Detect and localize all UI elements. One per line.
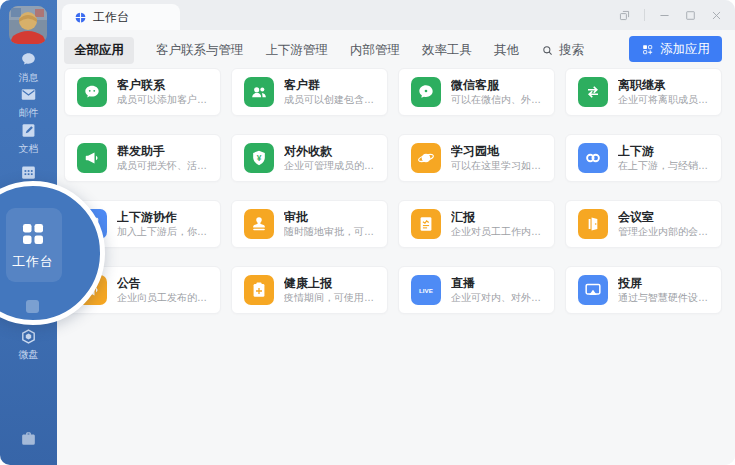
chat-icon xyxy=(19,50,38,69)
briefcase-icon xyxy=(19,429,38,448)
app-description: 在上下游，与经销商、供... xyxy=(618,159,713,173)
close-icon[interactable] xyxy=(710,9,723,22)
titlebar: 工作台 xyxy=(57,0,735,30)
controls-divider xyxy=(644,9,645,21)
app-window: 消息邮件文档日程微盘 工作台 工作台 全部应用客户联系与管理上下游管理内部管理效… xyxy=(0,0,735,465)
svg-text:LIVE: LIVE xyxy=(419,287,433,294)
cast-icon xyxy=(578,275,608,305)
user-avatar[interactable] xyxy=(9,6,47,44)
app-card-0[interactable]: 客户联系成员可以添加客户的微信... xyxy=(64,68,221,116)
category-tabs: 全部应用客户联系与管理上下游管理内部管理效率工具其他搜索 xyxy=(64,37,584,63)
mail-icon xyxy=(19,85,38,104)
app-card-2[interactable]: 微信客服可以在微信内、外各个场... xyxy=(398,68,555,116)
app-description: 企业向员工发布的内部重... xyxy=(117,291,212,305)
live-icon: LIVE xyxy=(411,275,441,305)
category-tab-1[interactable]: 客户联系与管理 xyxy=(156,37,244,64)
app-card-1[interactable]: 客户群成员可以创建包含微信用... xyxy=(231,68,388,116)
app-description: 可以在微信内、外各个场... xyxy=(451,93,546,107)
sidebar-item-messages[interactable]: 消息 xyxy=(0,50,57,84)
app-card-6[interactable]: 学习园地可以在这里学习如何做好... xyxy=(398,134,555,182)
app-description: 可以在这里学习如何做好... xyxy=(451,159,546,173)
tab-workbench[interactable]: 工作台 xyxy=(62,4,180,30)
app-title: 会议室 xyxy=(618,209,713,225)
app-card-13[interactable]: 健康上报疫情期间，可使用健康上... xyxy=(231,266,388,314)
app-title: 上下游 xyxy=(618,143,713,159)
app-card-10[interactable]: 汇报企业对员工工作内容及过... xyxy=(398,200,555,248)
app-title: 公告 xyxy=(117,275,212,291)
category-tab-2[interactable]: 上下游管理 xyxy=(266,37,329,64)
calendar-icon xyxy=(19,163,38,182)
app-card-11[interactable]: 会议室管理企业内部的会议室... xyxy=(565,200,722,248)
app-card-7[interactable]: 上下游在上下游，与经销商、供... xyxy=(565,134,722,182)
shield-yen-icon: ¥ xyxy=(244,143,274,173)
app-description: 通过与智慧硬件设备的连接... xyxy=(618,291,713,305)
app-card-14[interactable]: LIVE直播企业可对内、对外实时分... xyxy=(398,266,555,314)
add-app-button[interactable]: 添加应用 xyxy=(629,36,722,62)
category-tab-5[interactable]: 其他 xyxy=(494,37,519,64)
app-description: 管理企业内部的会议室... xyxy=(618,225,713,239)
app-title: 群发助手 xyxy=(117,143,212,159)
app-description: 成员可把关怀、活动等消... xyxy=(117,159,212,173)
svg-text:¥: ¥ xyxy=(257,153,262,163)
app-card-15[interactable]: 投屏通过与智慧硬件设备的连接... xyxy=(565,266,722,314)
app-title: 汇报 xyxy=(451,209,546,225)
stamp-icon xyxy=(244,209,274,239)
category-tab-3[interactable]: 内部管理 xyxy=(350,37,400,64)
planet-icon xyxy=(411,143,441,173)
workbench-grid-icon xyxy=(17,218,49,250)
category-tab-0[interactable]: 全部应用 xyxy=(64,37,134,64)
sidebar-item-label: 文档 xyxy=(19,143,39,155)
app-title: 直播 xyxy=(451,275,546,291)
group-icon xyxy=(244,77,274,107)
app-title: 微信客服 xyxy=(451,77,546,93)
chat-bubble-icon xyxy=(411,77,441,107)
drive-icon xyxy=(19,327,38,346)
app-title: 客户联系 xyxy=(117,77,212,93)
app-description: 加入上下游后，你可以便... xyxy=(117,225,212,239)
app-description: 随时随地审批，可自定义... xyxy=(284,225,379,239)
app-title: 对外收款 xyxy=(284,143,379,159)
workbench-label: 工作台 xyxy=(0,253,100,271)
add-app-label: 添加应用 xyxy=(660,41,710,58)
megaphone-icon xyxy=(77,143,107,173)
tab-title: 工作台 xyxy=(93,9,129,26)
add-app-icon xyxy=(641,43,654,56)
sidebar-item-mail[interactable]: 邮件 xyxy=(0,85,57,119)
app-description: 企业可对内、对外实时分... xyxy=(451,291,546,305)
popout-icon[interactable] xyxy=(618,9,631,22)
app-description: 疫情期间，可使用健康上... xyxy=(284,291,379,305)
app-description: 成员可以创建包含微信用... xyxy=(284,93,379,107)
app-description: 企业可管理成员的收款... xyxy=(284,159,379,173)
app-description: 企业对员工工作内容及过... xyxy=(451,225,546,239)
search-button[interactable]: 搜索 xyxy=(541,42,584,59)
sidebar-item-drive[interactable]: 微盘 xyxy=(0,327,57,361)
app-title: 离职继承 xyxy=(618,77,713,93)
app-card-3[interactable]: 离职继承企业可将离职成员的客户... xyxy=(565,68,722,116)
sidebar-item-briefcase[interactable] xyxy=(0,429,57,448)
wechat-icon xyxy=(77,77,107,107)
app-card-4[interactable]: 群发助手成员可把关怀、活动等消... xyxy=(64,134,221,182)
link-icon xyxy=(578,143,608,173)
sidebar-item-label: 邮件 xyxy=(19,107,39,119)
door-icon xyxy=(578,209,608,239)
app-title: 学习园地 xyxy=(451,143,546,159)
report-icon xyxy=(411,209,441,239)
app-card-5[interactable]: ¥对外收款企业可管理成员的收款... xyxy=(231,134,388,182)
health-icon xyxy=(244,275,274,305)
maximize-icon[interactable] xyxy=(684,9,697,22)
window-controls xyxy=(618,0,723,30)
app-card-9[interactable]: 审批随时随地审批，可自定义... xyxy=(231,200,388,248)
workbench-tab-icon xyxy=(74,11,87,24)
app-description: 企业可将离职成员的客户... xyxy=(618,93,713,107)
app-grid: 客户联系成员可以添加客户的微信...客户群成员可以创建包含微信用...微信客服可… xyxy=(64,68,722,314)
app-title: 审批 xyxy=(284,209,379,225)
sidebar-item-label: 消息 xyxy=(19,72,39,84)
transfer-icon xyxy=(578,77,608,107)
sidebar-item-docs[interactable]: 文档 xyxy=(0,121,57,155)
app-title: 健康上报 xyxy=(284,275,379,291)
doc-icon xyxy=(19,121,38,140)
main-panel: 全部应用客户联系与管理上下游管理内部管理效率工具其他搜索 添加应用 客户联系成员… xyxy=(57,30,735,465)
category-tab-4[interactable]: 效率工具 xyxy=(422,37,472,64)
minimize-icon[interactable] xyxy=(658,9,671,22)
sidebar-item-label: 微盘 xyxy=(19,349,39,361)
